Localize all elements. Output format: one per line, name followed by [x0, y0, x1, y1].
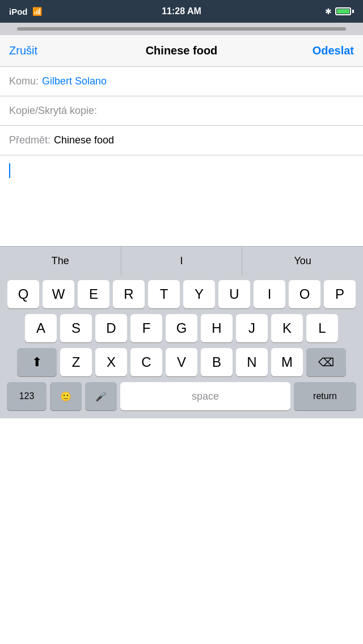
key-k[interactable]: K: [271, 314, 303, 342]
key-g[interactable]: G: [166, 314, 197, 342]
key-j[interactable]: J: [236, 314, 268, 342]
numbers-key[interactable]: 123: [7, 382, 47, 410]
key-i[interactable]: I: [254, 280, 285, 308]
key-z[interactable]: Z: [60, 348, 92, 376]
suggestion-you[interactable]: You: [242, 247, 363, 276]
status-time: 11:28 AM: [162, 6, 201, 16]
key-row-1: Q W E R T Y U I O P: [2, 280, 361, 308]
keyboard-suggestions: The I You: [0, 246, 363, 276]
backspace-key[interactable]: ⌫: [306, 348, 346, 376]
key-t[interactable]: T: [148, 280, 180, 308]
subject-label: Předmět:: [9, 134, 50, 146]
shift-key[interactable]: ⬆: [17, 348, 57, 376]
key-d[interactable]: D: [95, 314, 127, 342]
battery-fill: [337, 9, 349, 14]
mic-icon: 🎤: [95, 391, 107, 402]
bluetooth-icon: ✱: [325, 7, 332, 16]
scroll-thumb: [17, 27, 346, 31]
shift-icon: ⬆: [32, 355, 42, 370]
key-h[interactable]: H: [201, 314, 233, 342]
key-row-2: A S D F G H J K L: [2, 314, 361, 342]
emoji-icon: 🙂: [60, 391, 71, 402]
suggestion-i[interactable]: I: [121, 247, 243, 276]
to-value[interactable]: Gilbert Solano: [42, 75, 354, 87]
status-right: ✱: [325, 7, 354, 16]
key-u[interactable]: U: [218, 280, 250, 308]
key-row-4: 123 🙂 🎤 space return: [2, 382, 361, 410]
battery: [335, 7, 354, 15]
key-b[interactable]: B: [201, 348, 233, 376]
subject-row[interactable]: Předmět: Chinese food: [0, 126, 363, 155]
email-title: Chinese food: [146, 44, 218, 57]
key-l[interactable]: L: [306, 314, 338, 342]
suggestion-the[interactable]: The: [0, 247, 121, 276]
key-w[interactable]: W: [43, 280, 74, 308]
key-v[interactable]: V: [166, 348, 197, 376]
key-p[interactable]: P: [324, 280, 356, 308]
return-key[interactable]: return: [294, 382, 356, 410]
to-label: Komu:: [9, 75, 39, 87]
key-s[interactable]: S: [60, 314, 92, 342]
cc-label: Kopie/Skrytá kopie:: [9, 105, 97, 117]
key-o[interactable]: O: [289, 280, 320, 308]
cancel-button[interactable]: Zrušit: [9, 44, 37, 57]
send-button[interactable]: Odeslat: [313, 44, 354, 57]
device-name: iPod: [9, 7, 28, 16]
body-area[interactable]: [0, 155, 363, 246]
key-c[interactable]: C: [130, 348, 162, 376]
key-f[interactable]: F: [130, 314, 162, 342]
keyboard: Q W E R T Y U I O P A S D F G H J K L ⬆ …: [0, 276, 363, 418]
cc-row[interactable]: Kopie/Skrytá kopie:: [0, 96, 363, 126]
key-y[interactable]: Y: [183, 280, 215, 308]
key-q[interactable]: Q: [7, 280, 39, 308]
mic-key[interactable]: 🎤: [85, 382, 117, 410]
battery-tip: [352, 10, 354, 13]
key-x[interactable]: X: [95, 348, 127, 376]
key-n[interactable]: N: [236, 348, 268, 376]
nav-bar: Zrušit Chinese food Odeslat: [0, 35, 363, 67]
emoji-key[interactable]: 🙂: [50, 382, 82, 410]
key-e[interactable]: E: [78, 280, 109, 308]
backspace-icon: ⌫: [318, 355, 334, 369]
to-row[interactable]: Komu: Gilbert Solano: [0, 67, 363, 96]
subject-value[interactable]: Chinese food: [54, 134, 354, 146]
email-form: Komu: Gilbert Solano Kopie/Skrytá kopie:…: [0, 67, 363, 246]
key-row-3: ⬆ Z X C V B N M ⌫: [2, 348, 361, 376]
key-a[interactable]: A: [25, 314, 57, 342]
key-m[interactable]: M: [271, 348, 303, 376]
scroll-indicator: [0, 23, 363, 35]
text-cursor: [9, 163, 10, 178]
status-bar: iPod 📶 11:28 AM ✱: [0, 0, 363, 23]
key-r[interactable]: R: [113, 280, 145, 308]
wifi-icon: 📶: [32, 7, 42, 16]
battery-body: [335, 7, 351, 15]
status-left: iPod 📶: [9, 7, 42, 16]
space-key[interactable]: space: [120, 382, 290, 410]
